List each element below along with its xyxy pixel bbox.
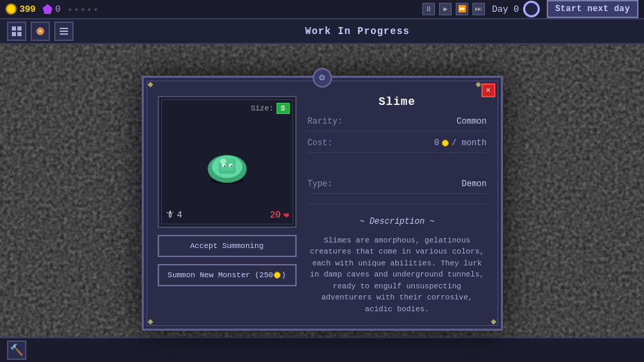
svg-rect-7 [60, 31, 68, 32]
svg-point-18 [231, 165, 232, 167]
monster-name: Slime [308, 96, 487, 108]
summon-close: ) [281, 271, 286, 279]
gold-display: 399 [6, 3, 35, 15]
close-button[interactable]: ✕ [481, 83, 495, 97]
hp-value: 20 [270, 210, 281, 220]
gem-display: 0 [42, 4, 60, 15]
attack-value: 4 [177, 210, 183, 220]
corner-gem-br [491, 319, 497, 324]
description-text: Slimes are amorphous, gelatinous creatur… [308, 235, 487, 315]
fast-forward-button[interactable]: ⏩ [456, 3, 468, 15]
svg-point-10 [208, 155, 247, 183]
monster-stats: 🗡 4 20 ❤ [165, 209, 290, 221]
star-icon: ✦ [87, 4, 92, 15]
cost-value: 0 [434, 138, 439, 148]
svg-rect-2 [12, 32, 16, 36]
coin-icon-cost [442, 140, 449, 147]
slime-sprite [199, 138, 255, 186]
size-label: Size: [251, 104, 274, 113]
svg-point-16 [229, 163, 232, 167]
divider [308, 204, 487, 204]
svg-rect-3 [17, 32, 22, 36]
window-title: Work In Progress [78, 26, 637, 37]
summon-new-monster-button[interactable]: Summon New Monster (250) [158, 264, 297, 286]
monster-modal: ⚙ ✕ Size: S [142, 76, 503, 331]
cost-row: Cost: 0 / month [308, 138, 487, 153]
menu-button-2[interactable] [31, 22, 50, 41]
gem-icon [42, 4, 52, 14]
star-icon: ✦ [81, 4, 85, 15]
sword-icon: 🗡 [165, 209, 174, 220]
modal-overlay: ⚙ ✕ Size: S [0, 44, 644, 362]
svg-rect-13 [220, 157, 234, 171]
modal-lock-icon: ⚙ [313, 68, 332, 88]
gold-amount: 399 [19, 4, 35, 15]
hp-stat: 20 ❤ [270, 209, 289, 221]
pause-button[interactable]: ⏸ [422, 3, 435, 15]
svg-rect-1 [17, 26, 22, 31]
svg-point-5 [39, 30, 42, 33]
day-circle [523, 1, 540, 17]
play-button[interactable]: ▶ [439, 3, 452, 15]
type-label: Type: [308, 179, 333, 189]
cost-display: 0 / month [434, 138, 487, 148]
coin-icon [274, 272, 281, 279]
cost-unit: / month [452, 138, 486, 148]
corner-gem-bl [148, 319, 154, 324]
cost-label: Cost: [308, 138, 333, 148]
accept-summoning-button[interactable]: Accept Summoning [158, 235, 297, 257]
gem-amount: 0 [55, 4, 60, 15]
modal-body: Size: S [158, 96, 487, 315]
monster-panel: Size: S [158, 96, 297, 315]
size-badge: Size: S [251, 103, 290, 114]
corner-gem-tr [476, 82, 481, 88]
corner-gem-tl [148, 82, 154, 88]
heart-icon: ❤ [283, 209, 289, 221]
svg-rect-8 [60, 33, 68, 35]
spacer [308, 160, 487, 174]
attack-stat: 🗡 4 [165, 209, 183, 220]
rarity-label: Rarity: [308, 117, 342, 126]
day-label: Day 0 [492, 4, 519, 15]
rarity-row: Rarity: Common [308, 117, 487, 131]
playback-controls: ⏸ ▶ ⏩ ⏭ [422, 3, 485, 15]
star-icon: ✦ [93, 4, 98, 15]
day-display: Day 0 [492, 1, 540, 17]
svg-point-11 [212, 156, 242, 178]
description-title: ~ Description ~ [308, 217, 487, 227]
menu-button-1[interactable] [7, 22, 26, 41]
svg-point-15 [222, 163, 225, 167]
type-row: Type: Demon [308, 179, 487, 194]
size-value: S [276, 103, 290, 114]
type-value: Demon [461, 179, 486, 189]
star-icon: ✦ [74, 4, 79, 15]
menu-button-3[interactable] [54, 22, 74, 41]
star-icon: ✦ [67, 4, 72, 15]
svg-point-14 [220, 158, 226, 164]
top-bar: 399 0 ✦ ✦ ✦ ✦ ✦ ⏸ ▶ ⏩ ⏭ Day 0 Start next… [0, 0, 644, 19]
svg-point-17 [224, 165, 225, 167]
start-next-day-button[interactable]: Start next day [547, 0, 638, 18]
stars-display: ✦ ✦ ✦ ✦ ✦ [67, 4, 98, 15]
rarity-value: Common [456, 117, 486, 126]
gold-icon [6, 3, 17, 15]
svg-rect-12 [219, 158, 236, 174]
svg-rect-0 [12, 26, 16, 31]
svg-point-9 [210, 177, 244, 184]
svg-rect-6 [60, 28, 68, 29]
summon-label: Summon New Monster (250 [167, 271, 273, 279]
second-bar: Work In Progress [0, 19, 644, 44]
monster-preview: Size: S [158, 96, 297, 228]
skip-button[interactable]: ⏭ [472, 3, 485, 15]
info-panel: Slime Rarity: Common Cost: 0 / month Typ… [308, 96, 487, 315]
